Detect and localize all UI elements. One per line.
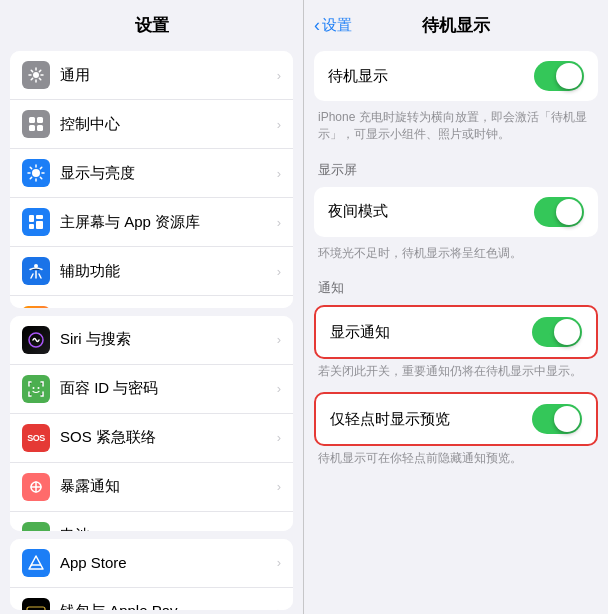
faceid-icon	[22, 375, 50, 403]
sidebar-item-control-label: 控制中心	[60, 115, 273, 134]
back-button[interactable]: ‹ 设置	[314, 15, 352, 36]
svg-rect-9	[36, 221, 43, 229]
exposure-icon	[22, 473, 50, 501]
sidebar-item-accessibility-label: 辅助功能	[60, 262, 273, 281]
left-panel-title: 设置	[0, 0, 303, 47]
sidebar-item-control[interactable]: 控制中心 ›	[10, 100, 293, 149]
sidebar-item-faceid-label: 面容 ID 与密码	[60, 379, 273, 398]
chevron-icon: ›	[277, 528, 281, 531]
right-content: 待机显示 iPhone 充电时旋转为横向放置，即会激活「待机显示」，可显示小组件…	[304, 47, 608, 614]
right-header: ‹ 设置 待机显示	[304, 0, 608, 47]
sidebar-item-siri-label: Siri 与搜索	[60, 330, 273, 349]
sidebar-item-homescreen[interactable]: 主屏幕与 App 资源库 ›	[10, 198, 293, 247]
sidebar-item-wallpaper[interactable]: 墙纸 ›	[10, 296, 293, 308]
sidebar-item-appstore[interactable]: App Store ›	[10, 539, 293, 588]
svg-rect-8	[29, 224, 34, 229]
sidebar-item-siri[interactable]: Siri 与搜索 ›	[10, 316, 293, 365]
tap-preview-description: 待机显示可在你轻点前隐藏通知预览。	[314, 450, 598, 475]
chevron-icon: ›	[277, 215, 281, 230]
battery-icon	[22, 522, 50, 531]
svg-point-17	[38, 387, 40, 389]
chevron-icon: ›	[277, 332, 281, 347]
show-notif-toggle-item: 显示通知	[316, 307, 596, 357]
screen-section-label: 显示屏	[314, 151, 598, 183]
accessibility-icon	[22, 257, 50, 285]
wallet-icon	[22, 598, 50, 610]
chevron-icon: ›	[277, 166, 281, 181]
sidebar-item-accessibility[interactable]: 辅助功能 ›	[10, 247, 293, 296]
tap-preview-label: 仅轻点时显示预览	[330, 410, 532, 429]
settings-group-1: 通用 › 控制中心 › 显示与亮度 › 主屏幕与 App 资源库 ›	[10, 51, 293, 308]
standby-display-description: iPhone 充电时旋转为横向放置，即会激活「待机显示」，可显示小组件、照片或时…	[314, 109, 598, 151]
main-toggle-group: 待机显示	[314, 51, 598, 101]
svg-point-0	[33, 72, 39, 78]
sidebar-item-general-label: 通用	[60, 66, 273, 85]
back-label: 设置	[322, 16, 352, 35]
sidebar-item-exposure[interactable]: 暴露通知 ›	[10, 463, 293, 512]
svg-rect-22	[27, 607, 45, 610]
homescreen-icon	[22, 208, 50, 236]
sidebar-item-battery[interactable]: 电池 ›	[10, 512, 293, 531]
standby-display-toggle-item: 待机显示	[314, 51, 598, 101]
sidebar-item-wallet-label: 钱包与 Apple Pay	[60, 602, 273, 610]
screen-group: 夜间模式	[314, 187, 598, 237]
sos-icon: SOS	[22, 424, 50, 452]
tap-preview-toggle[interactable]	[532, 404, 582, 434]
sidebar-item-display-label: 显示与亮度	[60, 164, 273, 183]
svg-rect-6	[29, 215, 34, 222]
sidebar-item-exposure-label: 暴露通知	[60, 477, 273, 496]
sidebar-item-appstore-label: App Store	[60, 554, 273, 571]
chevron-icon: ›	[277, 117, 281, 132]
right-panel: ‹ 设置 待机显示 待机显示 iPhone 充电时旋转为横向放置，即会激活「待机…	[304, 0, 608, 614]
general-icon	[22, 61, 50, 89]
siri-icon	[22, 326, 50, 354]
night-mode-toggle-item: 夜间模式	[314, 187, 598, 237]
svg-rect-3	[29, 125, 35, 131]
left-panel: 设置 通用 › 控制中心 › 显示与亮度 ›	[0, 0, 304, 614]
chevron-icon: ›	[277, 604, 281, 610]
sidebar-item-faceid[interactable]: 面容 ID 与密码 ›	[10, 365, 293, 414]
show-notif-description: 若关闭此开关，重要通知仍将在待机显示中显示。	[314, 363, 598, 388]
sidebar-item-battery-label: 电池	[60, 526, 273, 531]
chevron-icon: ›	[277, 555, 281, 570]
sidebar-item-display[interactable]: 显示与亮度 ›	[10, 149, 293, 198]
show-notif-toggle[interactable]	[532, 317, 582, 347]
svg-rect-1	[29, 117, 35, 123]
svg-point-5	[32, 169, 40, 177]
chevron-icon: ›	[277, 479, 281, 494]
right-panel-title: 待机显示	[422, 14, 490, 37]
show-notif-label: 显示通知	[330, 323, 532, 342]
chevron-icon: ›	[277, 381, 281, 396]
night-mode-description: 环境光不足时，待机显示将呈红色调。	[314, 245, 598, 270]
control-icon	[22, 110, 50, 138]
appstore-icon	[22, 549, 50, 577]
svg-rect-7	[36, 215, 43, 219]
svg-rect-4	[37, 125, 43, 131]
standby-display-toggle-label: 待机显示	[328, 67, 534, 86]
display-icon	[22, 159, 50, 187]
chevron-icon: ›	[277, 430, 281, 445]
chevron-icon: ›	[277, 264, 281, 279]
night-mode-toggle[interactable]	[534, 197, 584, 227]
sidebar-item-sos-label: SOS 紧急联络	[60, 428, 273, 447]
wallpaper-icon	[22, 306, 50, 308]
sidebar-item-wallet[interactable]: 钱包与 Apple Pay ›	[10, 588, 293, 610]
notifications-section-label: 通知	[314, 269, 598, 301]
settings-group-2: Siri 与搜索 › 面容 ID 与密码 › SOS SOS 紧急联络 › 暴露…	[10, 316, 293, 531]
show-notif-group: 显示通知	[314, 305, 598, 359]
tap-preview-group: 仅轻点时显示预览	[314, 392, 598, 446]
svg-rect-2	[37, 117, 43, 123]
standby-display-toggle[interactable]	[534, 61, 584, 91]
svg-point-16	[33, 387, 35, 389]
night-mode-label: 夜间模式	[328, 202, 534, 221]
chevron-icon: ›	[277, 68, 281, 83]
sidebar-item-sos[interactable]: SOS SOS 紧急联络 ›	[10, 414, 293, 463]
sidebar-item-general[interactable]: 通用 ›	[10, 51, 293, 100]
sidebar-item-homescreen-label: 主屏幕与 App 资源库	[60, 213, 273, 232]
tap-preview-toggle-item: 仅轻点时显示预览	[316, 394, 596, 444]
settings-group-3: App Store › 钱包与 Apple Pay ›	[10, 539, 293, 610]
